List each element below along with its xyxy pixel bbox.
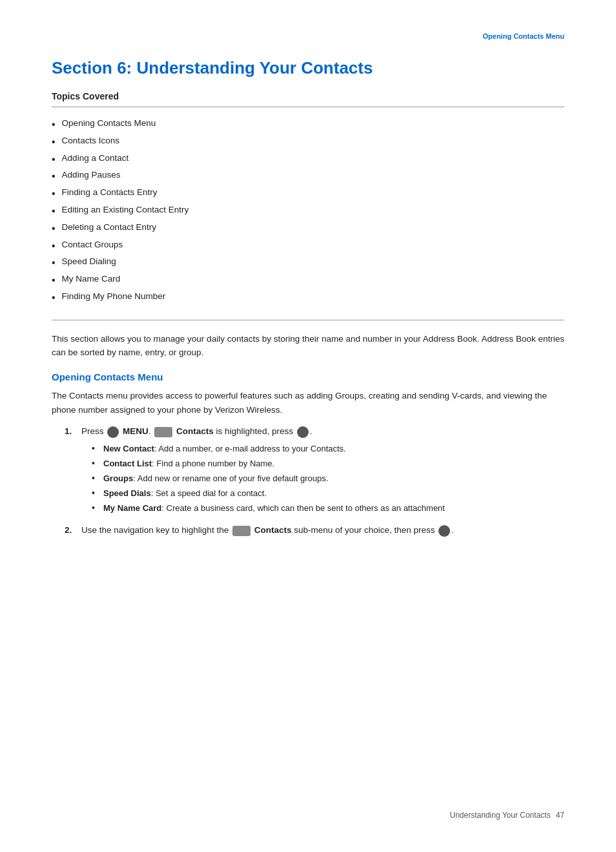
bullet-my-name-card: My Name Card: Create a business card, wh…	[92, 502, 445, 515]
bullet-groups: Groups: Add new or rename one of your fi…	[92, 472, 445, 485]
page-container: Opening Contacts Menu Section 6: Underst…	[0, 0, 616, 852]
bullet-text: New Contact: Add a number, or e-mail add…	[103, 442, 346, 455]
topics-divider	[52, 107, 564, 107]
step-2-text: Use the navigation key to highlight the …	[81, 525, 454, 535]
opening-contacts-heading: Opening Contacts Menu	[52, 371, 564, 382]
step-1: 1. Press MENU. Contacts is highlighted, …	[65, 424, 564, 517]
ok-icon-2	[438, 525, 450, 537]
list-item: Editing an Existing Contact Entry	[52, 203, 564, 220]
bullet-new-contact: New Contact: Add a number, or e-mail add…	[92, 442, 445, 455]
bullet-speed-dials: Speed Dials: Set a speed dial for a cont…	[92, 487, 445, 500]
ok-icon	[297, 426, 309, 438]
bullet-text: Groups: Add new or rename one of your fi…	[103, 472, 328, 485]
contacts-icon-2	[232, 526, 251, 536]
footer-text: Understanding Your Contacts	[450, 811, 551, 820]
list-item: Contact Groups	[52, 238, 564, 255]
contacts-icon-1	[154, 427, 172, 437]
list-item: My Name Card	[52, 272, 564, 289]
step-1-content: Press MENU. Contacts is highlighted, pre…	[81, 424, 445, 517]
list-item: Deleting a Contact Entry	[52, 220, 564, 238]
list-item: Finding a Contacts Entry	[52, 185, 564, 203]
step-1-number: 1.	[65, 424, 77, 439]
step-2: 2. Use the navigation key to highlight t…	[65, 523, 564, 537]
bullet-contact-list: Contact List: Find a phone number by Nam…	[92, 457, 445, 470]
page-footer: Understanding Your Contacts 47	[0, 811, 616, 820]
list-item: Opening Contacts Menu	[52, 116, 564, 134]
steps-list: 1. Press MENU. Contacts is highlighted, …	[65, 424, 564, 537]
list-item: Contacts Icons	[52, 134, 564, 151]
menu-label: MENU	[123, 426, 149, 436]
bullet-text: Speed Dials: Set a speed dial for a cont…	[103, 487, 267, 500]
bullet-text: Contact List: Find a phone number by Nam…	[103, 457, 274, 470]
footer-page: 47	[556, 811, 564, 820]
list-item: Adding a Contact	[52, 151, 564, 169]
contacts-label-2: Contacts	[254, 525, 292, 535]
step-2-content: Use the navigation key to highlight the …	[81, 523, 454, 537]
topics-label: Topics Covered	[52, 91, 564, 101]
intro-text: This section allows you to manage your d…	[52, 332, 564, 360]
list-item: Finding My Phone Number	[52, 289, 564, 307]
step-1-text: Press MENU. Contacts is highlighted, pre…	[81, 426, 312, 436]
menu-icon	[107, 426, 119, 438]
section-title: Section 6: Understanding Your Contacts	[52, 58, 564, 78]
list-item: Speed Dialing	[52, 255, 564, 272]
list-item: Adding Pauses	[52, 168, 564, 185]
bullet-text: My Name Card: Create a business card, wh…	[103, 502, 445, 515]
bottom-divider	[52, 320, 564, 320]
step-1-bullets: New Contact: Add a number, or e-mail add…	[92, 442, 445, 515]
running-head: Opening Contacts Menu	[483, 32, 565, 40]
contacts-label-1: Contacts	[176, 426, 214, 436]
step-2-number: 2.	[65, 523, 77, 537]
opening-body-text: The Contacts menu provides access to pow…	[52, 389, 564, 417]
topics-list: Opening Contacts Menu Contacts Icons Add…	[52, 116, 564, 307]
